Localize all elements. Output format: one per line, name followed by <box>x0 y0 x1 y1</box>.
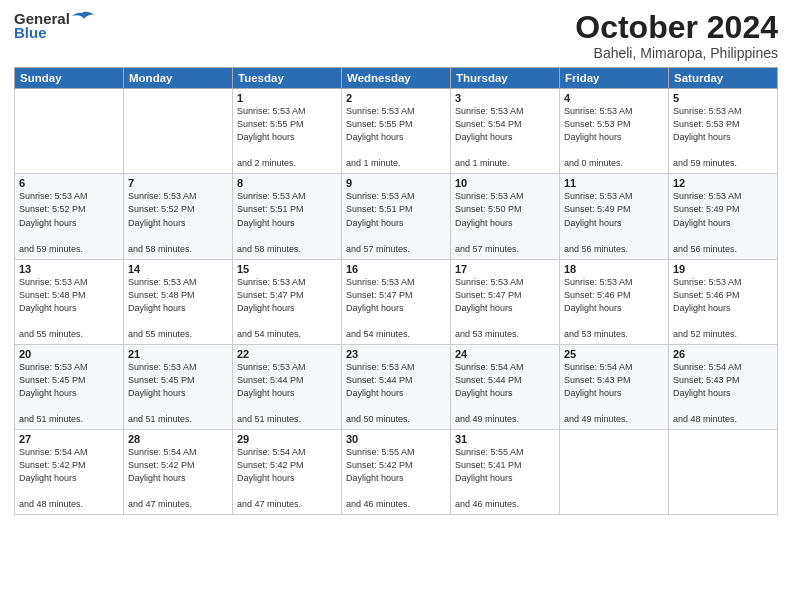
day-content: Sunrise: 5:54 AMSunset: 5:42 PMDaylight … <box>128 446 228 511</box>
table-row <box>669 430 778 515</box>
table-row: 27Sunrise: 5:54 AMSunset: 5:42 PMDayligh… <box>15 430 124 515</box>
day-content: Sunrise: 5:53 AMSunset: 5:53 PMDaylight … <box>673 105 773 170</box>
table-row: 12Sunrise: 5:53 AMSunset: 5:49 PMDayligh… <box>669 174 778 259</box>
day-content: Sunrise: 5:53 AMSunset: 5:52 PMDaylight … <box>128 190 228 255</box>
day-number: 25 <box>564 348 664 360</box>
calendar-week-row: 13Sunrise: 5:53 AMSunset: 5:48 PMDayligh… <box>15 259 778 344</box>
table-row: 9Sunrise: 5:53 AMSunset: 5:51 PMDaylight… <box>342 174 451 259</box>
location-title: Baheli, Mimaropa, Philippines <box>575 45 778 61</box>
calendar-header-row: Sunday Monday Tuesday Wednesday Thursday… <box>15 68 778 89</box>
day-content: Sunrise: 5:53 AMSunset: 5:54 PMDaylight … <box>455 105 555 170</box>
calendar-week-row: 6Sunrise: 5:53 AMSunset: 5:52 PMDaylight… <box>15 174 778 259</box>
day-number: 12 <box>673 177 773 189</box>
day-content: Sunrise: 5:53 AMSunset: 5:47 PMDaylight … <box>237 276 337 341</box>
day-content: Sunrise: 5:53 AMSunset: 5:48 PMDaylight … <box>128 276 228 341</box>
day-number: 24 <box>455 348 555 360</box>
table-row: 26Sunrise: 5:54 AMSunset: 5:43 PMDayligh… <box>669 344 778 429</box>
day-content: Sunrise: 5:53 AMSunset: 5:52 PMDaylight … <box>19 190 119 255</box>
table-row: 11Sunrise: 5:53 AMSunset: 5:49 PMDayligh… <box>560 174 669 259</box>
table-row: 23Sunrise: 5:53 AMSunset: 5:44 PMDayligh… <box>342 344 451 429</box>
table-row <box>15 89 124 174</box>
day-content: Sunrise: 5:54 AMSunset: 5:42 PMDaylight … <box>237 446 337 511</box>
calendar-table: Sunday Monday Tuesday Wednesday Thursday… <box>14 67 778 515</box>
page-container: General Blue October 2024 Baheli, Mimaro… <box>0 0 792 612</box>
table-row: 1Sunrise: 5:53 AMSunset: 5:55 PMDaylight… <box>233 89 342 174</box>
day-content: Sunrise: 5:54 AMSunset: 5:42 PMDaylight … <box>19 446 119 511</box>
table-row: 5Sunrise: 5:53 AMSunset: 5:53 PMDaylight… <box>669 89 778 174</box>
day-content: Sunrise: 5:53 AMSunset: 5:47 PMDaylight … <box>455 276 555 341</box>
table-row: 3Sunrise: 5:53 AMSunset: 5:54 PMDaylight… <box>451 89 560 174</box>
table-row: 30Sunrise: 5:55 AMSunset: 5:42 PMDayligh… <box>342 430 451 515</box>
table-row: 10Sunrise: 5:53 AMSunset: 5:50 PMDayligh… <box>451 174 560 259</box>
day-content: Sunrise: 5:55 AMSunset: 5:42 PMDaylight … <box>346 446 446 511</box>
day-content: Sunrise: 5:54 AMSunset: 5:43 PMDaylight … <box>564 361 664 426</box>
day-number: 4 <box>564 92 664 104</box>
day-content: Sunrise: 5:53 AMSunset: 5:50 PMDaylight … <box>455 190 555 255</box>
table-row: 20Sunrise: 5:53 AMSunset: 5:45 PMDayligh… <box>15 344 124 429</box>
header-wednesday: Wednesday <box>342 68 451 89</box>
day-number: 22 <box>237 348 337 360</box>
day-content: Sunrise: 5:53 AMSunset: 5:46 PMDaylight … <box>564 276 664 341</box>
day-number: 3 <box>455 92 555 104</box>
table-row <box>560 430 669 515</box>
logo-blue-text: Blue <box>14 24 47 41</box>
day-number: 29 <box>237 433 337 445</box>
header: General Blue October 2024 Baheli, Mimaro… <box>14 10 778 61</box>
day-number: 5 <box>673 92 773 104</box>
day-number: 1 <box>237 92 337 104</box>
day-number: 16 <box>346 263 446 275</box>
table-row: 2Sunrise: 5:53 AMSunset: 5:55 PMDaylight… <box>342 89 451 174</box>
day-number: 15 <box>237 263 337 275</box>
day-content: Sunrise: 5:53 AMSunset: 5:55 PMDaylight … <box>346 105 446 170</box>
table-row: 28Sunrise: 5:54 AMSunset: 5:42 PMDayligh… <box>124 430 233 515</box>
table-row: 17Sunrise: 5:53 AMSunset: 5:47 PMDayligh… <box>451 259 560 344</box>
table-row: 19Sunrise: 5:53 AMSunset: 5:46 PMDayligh… <box>669 259 778 344</box>
table-row: 8Sunrise: 5:53 AMSunset: 5:51 PMDaylight… <box>233 174 342 259</box>
month-title: October 2024 <box>575 10 778 45</box>
day-content: Sunrise: 5:53 AMSunset: 5:55 PMDaylight … <box>237 105 337 170</box>
header-monday: Monday <box>124 68 233 89</box>
day-number: 8 <box>237 177 337 189</box>
day-number: 23 <box>346 348 446 360</box>
day-content: Sunrise: 5:53 AMSunset: 5:51 PMDaylight … <box>346 190 446 255</box>
table-row: 24Sunrise: 5:54 AMSunset: 5:44 PMDayligh… <box>451 344 560 429</box>
table-row: 22Sunrise: 5:53 AMSunset: 5:44 PMDayligh… <box>233 344 342 429</box>
table-row: 21Sunrise: 5:53 AMSunset: 5:45 PMDayligh… <box>124 344 233 429</box>
day-number: 13 <box>19 263 119 275</box>
title-area: October 2024 Baheli, Mimaropa, Philippin… <box>575 10 778 61</box>
header-saturday: Saturday <box>669 68 778 89</box>
table-row: 7Sunrise: 5:53 AMSunset: 5:52 PMDaylight… <box>124 174 233 259</box>
header-tuesday: Tuesday <box>233 68 342 89</box>
day-content: Sunrise: 5:53 AMSunset: 5:48 PMDaylight … <box>19 276 119 341</box>
day-number: 21 <box>128 348 228 360</box>
day-content: Sunrise: 5:53 AMSunset: 5:44 PMDaylight … <box>237 361 337 426</box>
table-row: 13Sunrise: 5:53 AMSunset: 5:48 PMDayligh… <box>15 259 124 344</box>
day-content: Sunrise: 5:53 AMSunset: 5:45 PMDaylight … <box>128 361 228 426</box>
calendar-week-row: 1Sunrise: 5:53 AMSunset: 5:55 PMDaylight… <box>15 89 778 174</box>
day-content: Sunrise: 5:55 AMSunset: 5:41 PMDaylight … <box>455 446 555 511</box>
day-number: 6 <box>19 177 119 189</box>
day-number: 7 <box>128 177 228 189</box>
header-sunday: Sunday <box>15 68 124 89</box>
logo-bird-icon <box>72 11 94 27</box>
day-content: Sunrise: 5:53 AMSunset: 5:46 PMDaylight … <box>673 276 773 341</box>
day-content: Sunrise: 5:54 AMSunset: 5:44 PMDaylight … <box>455 361 555 426</box>
day-number: 31 <box>455 433 555 445</box>
calendar-week-row: 20Sunrise: 5:53 AMSunset: 5:45 PMDayligh… <box>15 344 778 429</box>
table-row: 16Sunrise: 5:53 AMSunset: 5:47 PMDayligh… <box>342 259 451 344</box>
day-number: 2 <box>346 92 446 104</box>
logo: General Blue <box>14 10 94 41</box>
day-number: 9 <box>346 177 446 189</box>
day-number: 18 <box>564 263 664 275</box>
day-number: 14 <box>128 263 228 275</box>
table-row: 25Sunrise: 5:54 AMSunset: 5:43 PMDayligh… <box>560 344 669 429</box>
day-content: Sunrise: 5:53 AMSunset: 5:45 PMDaylight … <box>19 361 119 426</box>
day-number: 28 <box>128 433 228 445</box>
table-row <box>124 89 233 174</box>
day-content: Sunrise: 5:53 AMSunset: 5:47 PMDaylight … <box>346 276 446 341</box>
day-content: Sunrise: 5:53 AMSunset: 5:49 PMDaylight … <box>673 190 773 255</box>
day-content: Sunrise: 5:54 AMSunset: 5:43 PMDaylight … <box>673 361 773 426</box>
day-number: 17 <box>455 263 555 275</box>
table-row: 31Sunrise: 5:55 AMSunset: 5:41 PMDayligh… <box>451 430 560 515</box>
table-row: 18Sunrise: 5:53 AMSunset: 5:46 PMDayligh… <box>560 259 669 344</box>
